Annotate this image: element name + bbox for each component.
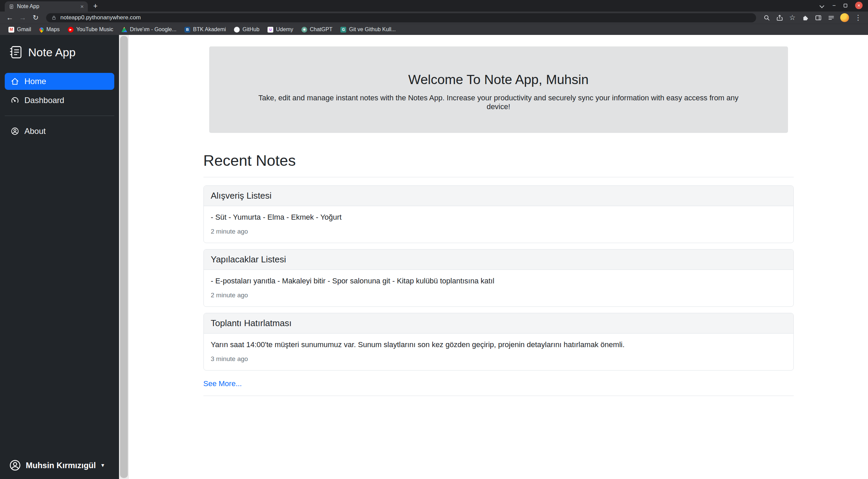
browser-window: Note App × + − × ← → ↻ noteapp0.pythonan… (0, 0, 868, 479)
side-panel-icon[interactable] (812, 13, 824, 23)
bookmark-label: ChatGPT (310, 26, 333, 33)
profile-avatar[interactable] (840, 13, 849, 22)
note-body: - E-postaları yanıtla - Makaleyi bitir -… (211, 277, 786, 285)
note-body: Yarın saat 14:00'te müşteri sunumumuz va… (211, 340, 786, 349)
caret-down-icon: ▾ (101, 462, 104, 469)
tab-search-chevron-icon[interactable] (820, 3, 824, 8)
speedometer-icon (11, 96, 19, 105)
sidebar-item-about[interactable]: About (5, 123, 114, 140)
scrollbar-thumb[interactable] (120, 36, 128, 478)
forward-icon[interactable]: → (17, 13, 28, 23)
bookmark-label: GitHub (242, 26, 259, 33)
note-title: Toplantı Hatırlatması (204, 313, 793, 334)
menu-kebab-icon[interactable]: ⋮ (852, 13, 864, 23)
btk-akademi-icon: B (184, 27, 190, 33)
bookmark-label: BTK Akademi (193, 26, 226, 33)
browser-tab[interactable]: Note App × (5, 1, 88, 12)
person-circle-icon (11, 127, 19, 136)
bookmark-drive[interactable]: Drive'ım - Google... (118, 25, 179, 34)
user-menu[interactable]: Muhsin Kırmızıgül ▾ (0, 452, 119, 479)
app-brand[interactable]: Note App (0, 35, 119, 68)
welcome-banner: Welcome To Note App, Muhsin Take, edit a… (209, 46, 788, 133)
note-timestamp: 2 minute ago (211, 228, 786, 235)
sidebar-item-home[interactable]: Home (5, 73, 114, 90)
note-card: Yapılacaklar Listesi - E-postaları yanıt… (203, 249, 794, 307)
udemy-icon: ∪ (268, 27, 273, 33)
window-minimize-button[interactable]: − (832, 3, 836, 8)
bookmark-star-icon[interactable]: ☆ (787, 13, 798, 23)
divider (203, 177, 794, 177)
note-body: - Süt - Yumurta - Elma - Ekmek - Yoğurt (211, 213, 786, 222)
bookmark-git-course[interactable]: G Git ve Github Kull... (337, 25, 399, 34)
sidebar-item-label: About (24, 126, 46, 136)
bookmark-btk-akademi[interactable]: B BTK Akademi (181, 25, 229, 34)
user-avatar-icon (9, 459, 21, 472)
bookmark-label: Udemy (276, 26, 293, 33)
bookmark-chatgpt[interactable]: ∗ ChatGPT (298, 25, 336, 34)
sidebar-nav: Home Dashboard (0, 68, 119, 109)
home-icon (11, 77, 19, 86)
reading-list-icon[interactable] (825, 13, 837, 23)
window-controls: − × (832, 2, 863, 9)
url-text: noteapp0.pythonanywhere.com (60, 14, 141, 21)
note-card: Alışveriş Listesi - Süt - Yumurta - Elma… (203, 185, 794, 243)
main-content: Welcome To Note App, Muhsin Take, edit a… (129, 35, 868, 479)
back-icon[interactable]: ← (4, 13, 16, 23)
note-title: Yapılacaklar Listesi (204, 250, 793, 270)
share-icon[interactable] (774, 13, 785, 23)
bookmark-maps[interactable]: Maps (36, 25, 63, 34)
reload-icon[interactable]: ↻ (30, 13, 41, 23)
lock-icon (51, 15, 57, 20)
bookmark-label: Git ve Github Kull... (349, 26, 396, 33)
tab-title: Note App (17, 3, 77, 9)
journal-logo-icon (9, 45, 23, 59)
note-timestamp: 3 minute ago (211, 355, 786, 363)
new-tab-button[interactable]: + (93, 2, 98, 10)
sidebar-item-dashboard[interactable]: Dashboard (5, 92, 114, 109)
note-app-favicon-icon (9, 4, 14, 9)
extensions-puzzle-icon[interactable] (800, 13, 811, 23)
browser-toolbar: ← → ↻ noteapp0.pythonanywhere.com ☆ (0, 12, 868, 24)
zoom-icon[interactable] (761, 13, 772, 23)
app-title: Note App (28, 46, 76, 59)
note-title: Alışveriş Listesi (204, 186, 793, 206)
bookmark-label: Drive'ım - Google... (130, 26, 176, 33)
bookmark-label: Gmail (17, 26, 31, 33)
address-bar[interactable]: noteapp0.pythonanywhere.com (46, 13, 756, 22)
bookmarks-bar: M Gmail Maps ▶ YouTube Music Drive'ım - … (0, 24, 868, 35)
window-close-button[interactable]: × (855, 2, 863, 9)
recent-notes-heading: Recent Notes (203, 152, 794, 169)
bookmark-github[interactable]: GitHub (231, 25, 262, 34)
welcome-subtitle: Take, edit and manage instant notes with… (250, 94, 747, 111)
tab-strip: Note App × + − × (0, 0, 868, 12)
window-maximize-button[interactable] (843, 3, 848, 8)
sidebar-item-label: Home (24, 77, 46, 86)
user-name: Muhsin Kırmızıgül (26, 461, 96, 470)
sidebar: Note App Home Dashboard (0, 35, 119, 479)
sidebar-nav-secondary: About (0, 123, 119, 140)
youtube-music-icon: ▶ (68, 27, 74, 33)
chatgpt-icon: ∗ (301, 27, 307, 33)
see-more-link[interactable]: See More... (203, 379, 242, 388)
note-timestamp: 2 minute ago (211, 292, 786, 299)
page: Note App Home Dashboard (0, 35, 868, 479)
bookmark-gmail[interactable]: M Gmail (5, 25, 34, 34)
bookmark-label: YouTube Music (76, 26, 113, 33)
note-card: Toplantı Hatırlatması Yarın saat 14:00't… (203, 313, 794, 371)
sidebar-spacer (0, 140, 119, 452)
bookmark-label: Maps (46, 26, 60, 33)
maps-pin-icon (38, 26, 44, 33)
google-drive-icon (121, 27, 127, 33)
gmail-icon: M (8, 27, 14, 33)
page-scrollbar[interactable] (119, 35, 129, 479)
divider (203, 396, 794, 396)
welcome-title: Welcome To Note App, Muhsin (250, 72, 747, 87)
github-icon (234, 27, 240, 33)
sidebar-divider (5, 116, 114, 116)
tab-close-icon[interactable]: × (80, 4, 84, 9)
sidebar-item-label: Dashboard (24, 96, 64, 105)
git-course-icon: G (340, 27, 346, 33)
bookmark-udemy[interactable]: ∪ Udemy (264, 25, 296, 34)
bookmark-youtube-music[interactable]: ▶ YouTube Music (65, 25, 116, 34)
